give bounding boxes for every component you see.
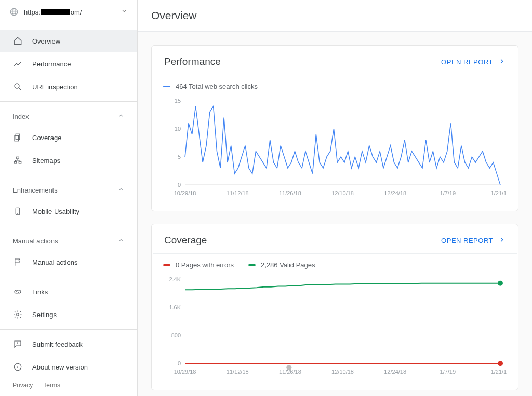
open-report-button[interactable]: OPEN REPORT (441, 58, 506, 66)
svg-point-37 (498, 361, 503, 366)
svg-point-10 (17, 313, 19, 316)
page-title: Overview (138, 0, 532, 32)
svg-point-36 (498, 281, 503, 286)
property-selector[interactable]: https:om/ (0, 0, 137, 24)
sidebar-item-about[interactable]: About new version (0, 356, 137, 374)
flag-icon (12, 257, 23, 267)
sidebar-item-label: Sitemaps (32, 157, 60, 165)
link-icon (12, 286, 23, 297)
sidebar-item-label: Overview (32, 37, 60, 45)
feedback-icon (12, 339, 23, 349)
gear-icon (12, 309, 23, 320)
card-title: Performance (164, 56, 221, 67)
svg-text:11/26/18: 11/26/18 (279, 190, 301, 196)
sidebar-item-label: Mobile Usability (32, 208, 79, 215)
sidebar-item-overview[interactable]: Overview (0, 30, 137, 52)
svg-text:12/24/18: 12/24/18 (384, 190, 406, 196)
sitemap-icon (12, 155, 23, 166)
info-icon (12, 362, 23, 372)
open-report-label: OPEN REPORT (441, 237, 493, 244)
sidebar-item-mobile-usability[interactable]: Mobile Usability (0, 200, 137, 223)
sidebar-item-label: Submit feedback (32, 340, 83, 348)
svg-text:10: 10 (175, 126, 181, 132)
performance-card: Performance OPEN REPORT 464 Total web se… (151, 45, 518, 211)
coverage-card: Coverage OPEN REPORT 0 Pages with errors… (151, 224, 518, 390)
svg-text:1/7/19: 1/7/19 (440, 369, 456, 375)
svg-text:!: ! (288, 366, 289, 371)
chevron-right-icon (498, 236, 506, 245)
group-title: Index (12, 113, 29, 120)
sidebar-item-label: Settings (32, 311, 57, 319)
svg-text:12/10/18: 12/10/18 (331, 369, 354, 375)
globe-icon (9, 7, 19, 17)
svg-rect-4 (15, 135, 19, 141)
property-url: https:om/ (24, 8, 82, 16)
sidebar: https:om/ Overview Performance URL inspe… (0, 0, 138, 396)
sidebar-footer: Privacy Terms (0, 374, 137, 396)
sidebar-item-links[interactable]: Links (0, 280, 137, 303)
svg-text:5: 5 (178, 154, 181, 160)
svg-text:800: 800 (171, 332, 181, 338)
svg-point-2 (15, 84, 19, 88)
svg-rect-7 (19, 161, 21, 163)
sidebar-item-feedback[interactable]: Submit feedback (0, 333, 137, 356)
performance-chart: 05101510/29/1811/12/1811/26/1812/10/1812… (152, 93, 518, 211)
legend-valid: 2,286 Valid Pages (248, 261, 315, 269)
sidebar-item-manual-actions[interactable]: Manual actions (0, 251, 137, 274)
sidebar-item-url-inspection[interactable]: URL inspection (0, 75, 137, 98)
copy-icon (12, 132, 23, 143)
nav: Overview Performance URL inspection Inde… (0, 24, 137, 374)
svg-text:1/21/19: 1/21/19 (491, 369, 507, 375)
sidebar-item-label: Manual actions (32, 258, 77, 266)
svg-point-9 (17, 213, 18, 214)
chevron-right-icon (498, 58, 506, 66)
mobile-icon (12, 206, 23, 216)
sidebar-item-sitemaps[interactable]: Sitemaps (0, 149, 137, 172)
sidebar-item-coverage[interactable]: Coverage (0, 126, 137, 149)
sidebar-item-label: Performance (32, 60, 71, 68)
chevron-up-icon (117, 112, 125, 121)
search-icon (12, 81, 23, 92)
svg-text:15: 15 (175, 98, 181, 104)
svg-text:11/12/18: 11/12/18 (227, 369, 249, 375)
sidebar-item-performance[interactable]: Performance (0, 52, 137, 75)
svg-text:1.6K: 1.6K (169, 304, 181, 310)
svg-text:12/24/18: 12/24/18 (384, 369, 406, 375)
svg-text:12/10/18: 12/10/18 (331, 190, 354, 196)
sidebar-item-settings[interactable]: Settings (0, 303, 137, 326)
group-header-index[interactable]: Index (0, 105, 137, 126)
caret-down-icon (121, 7, 128, 17)
sidebar-item-label: About new version (32, 363, 88, 371)
group-title: Manual actions (12, 237, 58, 245)
svg-text:0: 0 (178, 182, 181, 188)
svg-text:11/12/18: 11/12/18 (227, 190, 249, 196)
legend-label: 464 Total web search clicks (176, 83, 258, 90)
legend-clicks: 464 Total web search clicks (163, 83, 258, 90)
trending-icon (12, 59, 23, 69)
terms-link[interactable]: Terms (43, 381, 60, 389)
legend-label: 2,286 Valid Pages (261, 261, 315, 269)
svg-text:10/29/18: 10/29/18 (174, 190, 196, 196)
svg-rect-6 (14, 161, 17, 163)
open-report-button[interactable]: OPEN REPORT (441, 236, 506, 245)
card-title: Coverage (164, 235, 207, 246)
svg-text:1/21/19: 1/21/19 (491, 190, 507, 196)
sidebar-item-label: Links (32, 288, 48, 296)
svg-text:2.4K: 2.4K (169, 276, 181, 282)
chevron-up-icon (117, 186, 125, 195)
legend-label: 0 Pages with errors (176, 261, 234, 269)
privacy-link[interactable]: Privacy (12, 381, 33, 389)
chevron-up-icon (117, 237, 125, 245)
svg-text:0: 0 (178, 361, 181, 367)
home-icon (12, 36, 23, 46)
open-report-label: OPEN REPORT (441, 58, 493, 66)
svg-text:1/7/19: 1/7/19 (440, 190, 456, 196)
sidebar-item-label: Coverage (32, 134, 61, 142)
svg-rect-3 (16, 134, 20, 140)
group-header-enhancements[interactable]: Enhancements (0, 179, 137, 200)
group-title: Enhancements (12, 186, 58, 194)
main: Overview Performance OPEN REPORT 464 Tot… (138, 0, 532, 396)
legend-errors: 0 Pages with errors (163, 261, 234, 269)
group-header-manual-actions[interactable]: Manual actions (0, 229, 137, 251)
svg-rect-5 (17, 157, 19, 159)
